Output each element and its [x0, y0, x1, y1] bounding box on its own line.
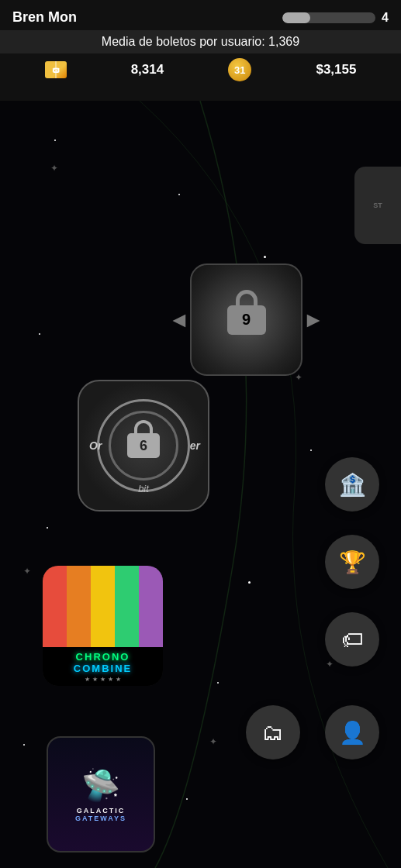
stats-bar: 🎟 8,314 31 $3,155 [0, 53, 401, 86]
coin-icon: 31 [228, 58, 251, 81]
bank-icon: 🏦 [339, 472, 366, 498]
chrono-cell [67, 620, 91, 647]
header-top: Bren Mon 4 [0, 0, 401, 30]
chrono-cell [115, 620, 139, 647]
star-3: ★ [100, 676, 105, 683]
chrono-cell [91, 593, 115, 620]
chrono-title-line1: CHRONO [76, 651, 130, 663]
star-1: ★ [85, 676, 90, 683]
profile-icon: 👤 [339, 720, 366, 746]
chrono-cell [91, 566, 115, 593]
progress-bar-container: 4 [282, 11, 389, 25]
drive-arrow-left: ◄ [168, 308, 190, 332]
star-5: ★ [116, 676, 121, 683]
chrono-stars: ★ ★ ★ ★ ★ [85, 676, 121, 683]
drive-game-icon[interactable]: 9 ◄ ► [190, 264, 302, 376]
chrono-cell [43, 620, 67, 647]
chrono-cell [115, 593, 139, 620]
galactic-gateways-icon[interactable]: 🛸 GALACTIC GATEWAYS [47, 736, 155, 852]
chrono-cell [91, 620, 115, 647]
star-4: ★ [108, 676, 113, 683]
orbit-text-bottom: bit [138, 483, 149, 494]
progress-bar-fill [282, 12, 310, 23]
chrono-grid [43, 566, 163, 647]
chrono-cell [67, 593, 91, 620]
card-icon: 🗂 [262, 720, 284, 746]
star-2: ★ [92, 676, 98, 683]
stat-tickets: 8,314 [131, 62, 164, 78]
drive-lock-badge: 9 [227, 305, 266, 335]
partial-game-right[interactable]: ST [354, 167, 401, 244]
chrono-cell [67, 566, 91, 593]
drive-lock-number: 9 [242, 311, 251, 329]
stat-money: $3,155 [316, 62, 356, 78]
drive-lock-body: 9 [227, 305, 266, 335]
drive-lock-shackle [236, 290, 258, 307]
chrono-cell [115, 566, 139, 593]
partial-label: ST [373, 202, 382, 209]
chrono-bottom: CHRONO COMBINE ★ ★ ★ ★ ★ [43, 647, 163, 686]
bank-button[interactable]: 🏦 [325, 457, 379, 512]
progress-number: 4 [382, 11, 389, 25]
orbit-lock: 6 [127, 433, 160, 458]
orbit-lock-shackle [134, 420, 153, 435]
orbit-text-right: er [190, 439, 200, 452]
progress-bar-bg [282, 12, 375, 23]
profile-button[interactable]: 👤 [325, 705, 379, 760]
chrono-cell [43, 593, 67, 620]
card-button[interactable]: 🗂 [246, 705, 300, 760]
ticket-icon: 🎟 [45, 61, 67, 78]
drive-arrow-right: ► [302, 308, 324, 332]
orbit-lock-number: 6 [140, 438, 147, 454]
trophy-button[interactable]: 🏆 [325, 535, 379, 589]
chrono-combine-icon[interactable]: CHRONO COMBINE ★ ★ ★ ★ ★ [43, 566, 163, 686]
chrono-title-line2: COMBINE [74, 663, 132, 674]
coin-label: 31 [234, 64, 245, 76]
galactic-label-2: GATEWAYS [75, 815, 126, 822]
username: Bren Mon [12, 9, 77, 26]
ticket-tag-button[interactable]: 🏷 [325, 612, 379, 666]
ticket-tag-icon: 🏷 [341, 627, 363, 653]
galactic-ship-icon: 🛸 [81, 767, 120, 804]
orbit-game-icon[interactable]: Or er bit 6 [78, 380, 209, 512]
media-banner: Media de boletos por usuario: 1,369 [0, 30, 401, 53]
orbit-lock-body: 6 [127, 433, 160, 458]
chrono-cell [43, 566, 67, 593]
orbit-text-left: Or [89, 439, 102, 452]
galactic-label-1: GALACTIC [77, 807, 126, 815]
chrono-cell [139, 620, 163, 647]
chrono-cell [139, 593, 163, 620]
trophy-icon: 🏆 [339, 549, 366, 575]
header: Bren Mon 4 Media de boletos por usuario:… [0, 0, 401, 101]
orbit-inner: Or er bit 6 [93, 395, 194, 496]
